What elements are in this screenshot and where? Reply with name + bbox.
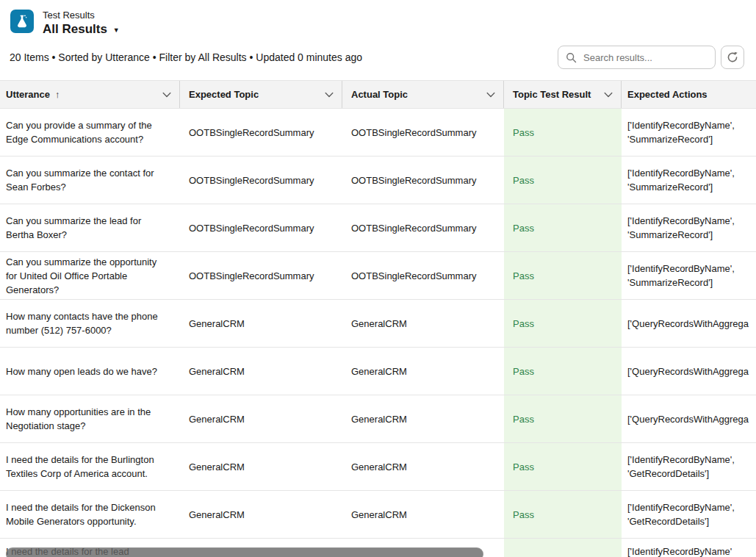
cell-actual-topic-text: OOTBSingleRecordSummary [351,173,477,187]
cell-actual-topic-text: GeneralCRM [351,317,407,331]
column-header-label: Utterance [6,89,50,100]
cell-actual-topic-text: GeneralCRM [351,364,407,378]
cell-utterance-text: Can you summarize the lead for Bertha Bo… [6,214,158,242]
cell-utterance-text: How many open leads do we have? [6,364,157,378]
list-view-name: All Results [43,21,107,37]
table-row: How many opportunities are in the Negoti… [0,395,756,443]
cell-expected-topic: OOTBSingleRecordSummary [180,252,342,299]
cell-utterance-text: Can you summarize the contact for Sean F… [6,166,158,194]
cell-topic-test-result: Pass [504,443,622,490]
column-menu-chevron-down-icon[interactable] [162,90,172,100]
flask-icon [14,13,30,29]
cell-topic-test-result: Pass [504,252,622,299]
cell-expected-actions-text: ['IdentifyRecordByName', 'SummarizeRecor… [627,118,755,146]
cell-expected-topic-text: GeneralCRM [189,460,245,474]
cell-expected-actions-text: ['IdentifyRecordByName', 'SummarizeRecor… [627,214,755,242]
refresh-button[interactable] [721,46,744,69]
column-menu-chevron-down-icon[interactable] [603,90,613,100]
cell-actual-topic-text: GeneralCRM [351,508,407,522]
column-header-label: Actual Topic [351,89,408,100]
cell-expected-actions-text: ['IdentifyRecordByName', 'SummarizeRecor… [627,166,755,194]
column-header-label: Expected Topic [189,89,259,100]
table-row: How many open leads do we have?GeneralCR… [0,348,756,395]
cell-actual-topic: OOTBSingleRecordSummary [342,252,504,299]
table-row: Can you summarize the opportunity for Un… [0,252,756,300]
cell-actual-topic: OOTBSingleRecordSummary [342,204,504,251]
cell-utterance: How many opportunities are in the Negoti… [0,395,180,442]
cell-utterance-text: Can you summarize the opportunity for Un… [6,255,158,297]
table-row: I need the details for the Dickenson Mob… [0,491,756,539]
list-toolbar: 20 Items • Sorted by Utterance • Filter … [0,37,756,80]
cell-expected-actions-text: ['IdentifyRecordByName' [627,545,732,557]
cell-topic-test-result-text: Pass [513,317,534,331]
cell-expected-topic: OOTBSingleRecordSummary [180,109,342,156]
cell-expected-actions-text: ['IdentifyRecordByName', 'GetRecordDetai… [627,500,755,528]
cell-expected-actions-text: ['QueryRecordsWithAggrega [627,317,749,331]
cell-actual-topic: GeneralCRM [342,443,504,490]
cell-expected-actions-text: ['IdentifyRecordByName', 'GetRecordDetai… [627,453,755,481]
entity-label: Test Results [43,10,120,21]
cell-actual-topic-text: OOTBSingleRecordSummary [351,269,477,283]
table-row: Can you summarize the contact for Sean F… [0,157,756,204]
cell-actual-topic: GeneralCRM [342,395,504,442]
cell-actual-topic-text: GeneralCRM [351,412,407,426]
cell-expected-actions: ['IdentifyRecordByName', 'SummarizeRecor… [622,204,756,251]
column-menu-chevron-down-icon[interactable] [486,90,496,100]
cell-expected-topic: GeneralCRM [180,443,342,490]
cell-topic-test-result-text: Pass [513,460,534,474]
cell-expected-actions: ['IdentifyRecordByName', 'GetRecordDetai… [622,491,756,538]
cell-expected-topic: OOTBSingleRecordSummary [180,157,342,204]
cell-expected-actions: ['IdentifyRecordByName', 'SummarizeRecor… [622,157,756,204]
cell-topic-test-result: Pass [504,395,622,442]
cell-actual-topic: GeneralCRM [342,300,504,347]
cell-utterance: How many contacts have the phone number … [0,300,180,347]
column-header-utterance[interactable]: Utterance↑ [0,81,180,108]
cell-utterance: Can you summarize the lead for Bertha Bo… [0,204,180,251]
cell-utterance: I need the details for the Burlington Te… [0,443,180,490]
search-icon [566,52,577,63]
cell-expected-topic-text: OOTBSingleRecordSummary [189,221,314,235]
cell-actual-topic: GeneralCRM [342,491,504,538]
cell-topic-test-result: Pass [504,157,622,204]
table-body: Can you provide a summary of the Edge Co… [0,109,756,557]
column-menu-chevron-down-icon[interactable] [324,90,334,100]
cell-actual-topic: GeneralCRM [342,348,504,395]
cell-expected-topic: GeneralCRM [180,348,342,395]
search-box[interactable] [558,46,716,69]
cell-expected-topic: OOTBSingleRecordSummary [180,204,342,251]
list-view-selector[interactable]: All Results ▼ [43,21,120,37]
cell-utterance-text: I need the details for the Dickenson Mob… [6,500,158,528]
cell-utterance: Can you summarize the opportunity for Un… [0,252,180,299]
horizontal-scrollbar-thumb[interactable] [6,547,483,557]
cell-actual-topic-text: GeneralCRM [351,460,407,474]
cell-topic-test-result-text: Pass [513,126,534,140]
page-header: Test Results All Results ▼ [0,0,756,37]
cell-utterance-text: I need the details for the Burlington Te… [6,453,158,481]
test-results-object-icon [10,10,34,33]
cell-expected-topic-text: GeneralCRM [189,317,245,331]
cell-expected-actions: ['QueryRecordsWithAggrega [622,300,756,347]
cell-topic-test-result-text: Pass [513,269,534,283]
cell-actual-topic-text: OOTBSingleRecordSummary [351,126,477,140]
cell-expected-topic-text: GeneralCRM [189,364,245,378]
column-header-actual-topic[interactable]: Actual Topic [342,81,504,108]
column-header-label: Topic Test Result [513,89,591,100]
column-header-topic-test-result[interactable]: Topic Test Result [504,81,622,108]
cell-expected-topic-text: GeneralCRM [189,412,245,426]
cell-expected-actions: ['IdentifyRecordByName', 'SummarizeRecor… [622,252,756,299]
cell-expected-topic: GeneralCRM [180,491,342,538]
cell-expected-actions: ['IdentifyRecordByName' [622,539,756,557]
cell-topic-test-result [504,539,622,557]
cell-topic-test-result: Pass [504,109,622,156]
cell-utterance: Can you provide a summary of the Edge Co… [0,109,180,156]
cell-expected-topic-text: OOTBSingleRecordSummary [189,269,314,283]
cell-topic-test-result: Pass [504,348,622,395]
column-header-expected-actions[interactable]: Expected Actions [622,81,756,108]
list-status-text: 20 Items • Sorted by Utterance • Filter … [10,51,362,63]
refresh-icon [727,51,738,63]
column-header-expected-topic[interactable]: Expected Topic [180,81,342,108]
cell-expected-topic-text: OOTBSingleRecordSummary [189,173,314,187]
list-view-dropdown-icon[interactable]: ▼ [113,25,120,34]
cell-expected-topic-text: GeneralCRM [189,508,245,522]
search-input[interactable] [582,51,708,64]
